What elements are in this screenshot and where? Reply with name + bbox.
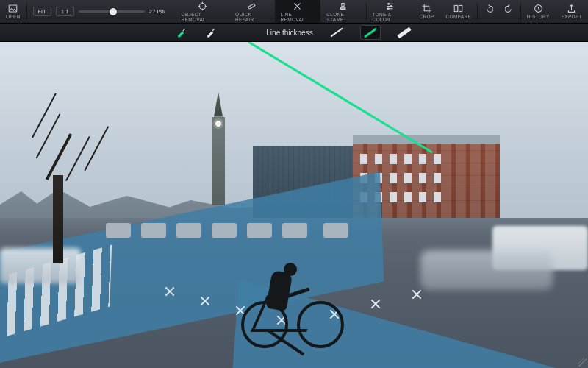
zoom-value: 271% [149, 8, 170, 15]
window [390, 154, 397, 164]
flat-brush-button[interactable] [173, 25, 190, 40]
window [434, 154, 441, 164]
line-removal-button[interactable]: LINE REMOVAL [275, 0, 321, 23]
svg-rect-7 [459, 5, 462, 11]
stamp-icon [338, 1, 348, 11]
export-button[interactable]: EXPORT [556, 0, 588, 23]
image-canvas[interactable] [0, 42, 588, 368]
redo-icon [505, 4, 514, 13]
blank-label [487, 14, 489, 19]
zoom-controls: FIT 1:1 271% [27, 0, 176, 23]
parked-car [141, 223, 166, 238]
line-removal-label: LINE REMOVAL [281, 12, 315, 22]
window [404, 154, 412, 164]
redo-button[interactable] [499, 0, 520, 23]
window-resize-handle[interactable] [578, 358, 587, 367]
parked-car [247, 223, 272, 238]
zoom-slider[interactable] [79, 7, 145, 17]
thickness-thin-option[interactable] [326, 25, 347, 40]
open-button[interactable]: OPEN [0, 0, 26, 23]
lane-x-mark [412, 289, 422, 300]
sliders-icon [385, 1, 395, 11]
quick-repair-label: QUICK REPAIR [235, 12, 268, 22]
bare-tree [18, 102, 135, 263]
window [360, 154, 368, 164]
open-label: OPEN [6, 14, 21, 19]
svg-point-1 [199, 3, 205, 9]
window [390, 173, 397, 183]
crop-button[interactable]: CROP [414, 0, 440, 23]
clock-tower [212, 117, 225, 205]
target-icon [198, 1, 207, 11]
crop-label: CROP [420, 14, 434, 19]
clone-stamp-button[interactable]: CLONE STAMP [320, 0, 365, 23]
medium-line-icon [364, 27, 377, 38]
window [434, 192, 441, 202]
svg-rect-0 [10, 5, 18, 12]
undo-icon [484, 4, 493, 13]
zoom-1to1-button[interactable]: 1:1 [56, 7, 74, 16]
svg-point-5 [387, 7, 389, 9]
thick-line-icon [397, 26, 411, 38]
round-brush-icon [206, 27, 216, 38]
image-icon [8, 4, 18, 13]
parked-car [176, 223, 201, 238]
round-brush-button[interactable] [203, 25, 219, 40]
zoom-slider-thumb[interactable] [110, 8, 117, 15]
parked-car [323, 223, 348, 238]
object-removal-button[interactable]: OBJECT REMOVAL [176, 0, 229, 23]
moving-car-right [420, 250, 553, 290]
export-label: EXPORT [562, 14, 582, 19]
window [419, 154, 426, 164]
tree-branches [18, 102, 135, 219]
app-window: OPEN FIT 1:1 271% OBJECT REMOVAL QUICK R… [0, 0, 588, 368]
flat-brush-icon [176, 27, 187, 38]
history-button[interactable]: HISTORY [521, 0, 556, 23]
quick-repair-button[interactable]: QUICK REPAIR [229, 0, 274, 23]
tone-color-button[interactable]: TONE & COLOR [366, 0, 413, 23]
window [419, 173, 426, 183]
history-icon [534, 4, 543, 13]
tone-color-label: TONE & COLOR [372, 12, 407, 22]
rider-head [284, 263, 297, 276]
lane-x-mark [370, 299, 381, 309]
export-icon [567, 4, 576, 13]
window [434, 173, 441, 183]
object-removal-label: OBJECT REMOVAL [182, 12, 223, 22]
compare-button[interactable]: COMPARE [440, 0, 477, 23]
compare-icon [453, 4, 463, 13]
window [419, 192, 426, 202]
window [390, 192, 397, 202]
thin-line-icon [330, 28, 343, 38]
svg-rect-6 [454, 5, 457, 11]
thickness-thick-option[interactable] [394, 25, 415, 40]
compare-label: COMPARE [446, 14, 471, 19]
blank-label [509, 14, 510, 19]
main-toolbar: OPEN FIT 1:1 271% OBJECT REMOVAL QUICK R… [0, 0, 588, 24]
svg-point-4 [390, 5, 392, 7]
svg-point-3 [388, 3, 390, 4]
line-removal-subtoolbar: Line thickness [0, 24, 588, 42]
zoom-fit-button[interactable]: FIT [33, 7, 51, 16]
parked-car [212, 223, 237, 238]
parked-car [282, 223, 307, 238]
roof-band [353, 135, 500, 144]
svg-rect-2 [248, 3, 256, 9]
undo-button[interactable] [478, 0, 499, 23]
crop-icon [422, 4, 431, 13]
cyclist [241, 238, 344, 348]
window [404, 173, 412, 183]
history-label: HISTORY [527, 14, 550, 19]
lane-x-mark [165, 286, 175, 297]
bandaid-icon [247, 1, 257, 11]
window [375, 154, 382, 164]
lines-cross-icon [293, 1, 302, 11]
thickness-label: Line thickness [266, 29, 312, 37]
clone-stamp-label: CLONE STAMP [326, 12, 359, 22]
lane-x-mark [200, 296, 210, 306]
window [404, 192, 412, 202]
thickness-medium-option[interactable] [360, 25, 381, 40]
